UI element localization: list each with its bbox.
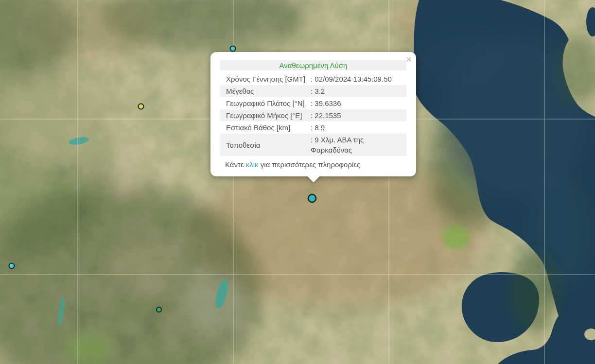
popup-row-label: Χρόνος Γέννησης [GMT] — [226, 73, 311, 85]
popup-row: Εστιακό Βάθος [km]: 8.9 — [220, 121, 406, 134]
popup-row-value: : 9 Χλμ. ΑΒΑ της Φαρκαδόνας — [311, 134, 406, 156]
popup-row-label: Γεωγραφικό Πλάτος [°N] — [226, 98, 311, 109]
popup-row-label: Μέγεθος — [226, 86, 311, 97]
popup-row-value: : 02/09/2024 13:45:09.50 — [311, 73, 406, 85]
popup-row-label: Γεωγραφικό Μήκος [°E] — [226, 110, 311, 121]
selected-earthquake-marker[interactable] — [308, 194, 316, 202]
popup-row-value: : 22.1535 — [311, 110, 406, 121]
earthquake-popup: × Αναθεωρημένη Λύση Χρόνος Γέννησης [GMT… — [210, 52, 416, 176]
popup-content: Αναθεωρημένη Λύση Χρόνος Γέννησης [GMT]:… — [210, 52, 416, 176]
earthquake-marker[interactable] — [230, 46, 236, 52]
popup-table: Χρόνος Γέννησης [GMT]: 02/09/2024 13:45:… — [220, 73, 406, 156]
popup-row-value: : 39.6336 — [311, 98, 406, 109]
earthquake-marker[interactable] — [157, 307, 161, 312]
popup-row: Μέγεθος: 3.2 — [220, 85, 406, 97]
earthquake-marker[interactable] — [139, 104, 144, 109]
popup-row-value: : 8.9 — [311, 122, 406, 133]
footer-text-suffix: για περισσότερες πληροφορίες — [259, 160, 361, 169]
popup-footer: Κάντε κλικ για περισσότερες πληροφορίες — [220, 159, 406, 170]
popup-row: Γεωγραφικό Μήκος [°E]: 22.1535 — [220, 109, 406, 121]
popup-row: Τοποθεσία: 9 Χλμ. ΑΒΑ της Φαρκαδόνας — [220, 134, 406, 156]
popup-row-value: : 3.2 — [311, 86, 406, 97]
footer-text-prefix: Κάντε — [225, 160, 246, 169]
popup-row: Χρόνος Γέννησης [GMT]: 02/09/2024 13:45:… — [220, 73, 406, 85]
more-info-link[interactable]: κλικ — [246, 160, 259, 169]
popup-row-label: Εστιακό Βάθος [km] — [226, 122, 311, 133]
popup-row: Γεωγραφικό Πλάτος [°N]: 39.6336 — [220, 97, 406, 109]
map-viewport: × Αναθεωρημένη Λύση Χρόνος Γέννησης [GMT… — [0, 0, 595, 364]
popup-title: Αναθεωρημένη Λύση — [220, 60, 406, 70]
popup-row-label: Τοποθεσία — [226, 139, 311, 151]
earthquake-marker[interactable] — [9, 263, 15, 269]
